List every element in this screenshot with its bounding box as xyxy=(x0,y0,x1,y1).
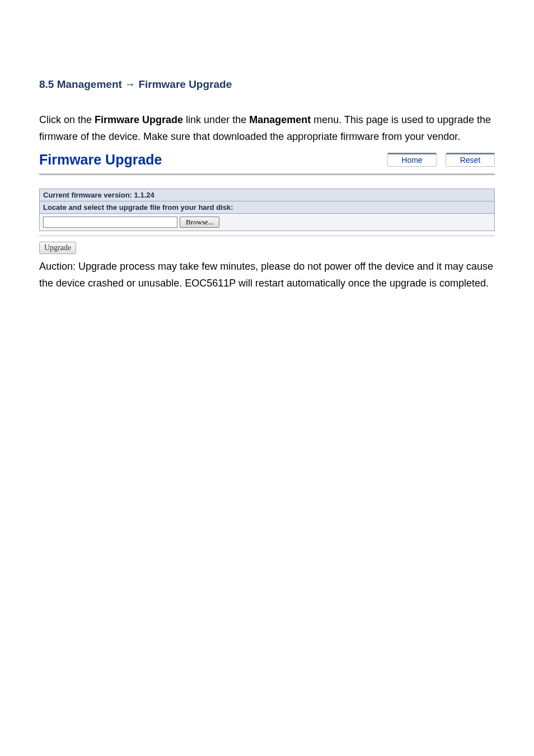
divider xyxy=(39,173,495,175)
section-heading: 8.5 Management → Firmware Upgrade xyxy=(39,78,495,91)
file-path-input[interactable] xyxy=(43,217,177,228)
divider-thin xyxy=(39,236,495,236)
caution-paragraph: Auction: Upgrade process may take few mi… xyxy=(39,259,495,292)
intro-bold-1: Firmware Upgrade xyxy=(95,114,183,125)
locate-row: Locate and select the upgrade file from … xyxy=(40,201,495,214)
reset-button[interactable]: Reset xyxy=(446,153,495,167)
firmware-form-table: Current firmware version: 1.1.24 Locate … xyxy=(39,189,495,231)
intro-paragraph: Click on the Firmware Upgrade link under… xyxy=(39,112,495,145)
home-button[interactable]: Home xyxy=(387,153,437,167)
intro-text-2: link under the xyxy=(183,114,249,125)
intro-bold-2: Management xyxy=(249,114,311,125)
panel-title: Firmware Upgrade xyxy=(39,152,162,168)
firmware-panel: Firmware Upgrade Home Reset Current firm… xyxy=(39,152,495,254)
browse-button[interactable]: Browse... xyxy=(180,217,219,228)
version-row: Current firmware version: 1.1.24 xyxy=(40,189,495,201)
intro-text-1: Click on the xyxy=(39,114,95,125)
upgrade-button[interactable]: Upgrade xyxy=(39,242,76,254)
